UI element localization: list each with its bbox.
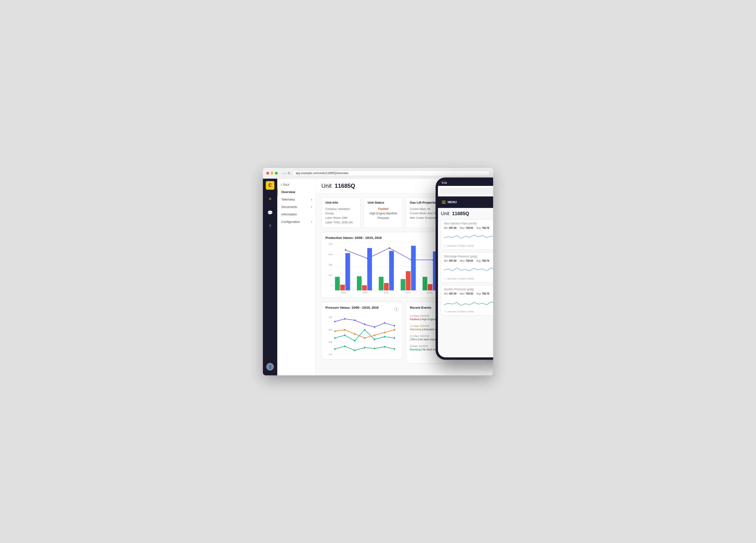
phone-menu-label: MENU — [442, 200, 457, 204]
last-seen-icon-2: ∿ — [444, 277, 446, 280]
svg-rect-7 — [345, 253, 350, 290]
phone-metric-stats-3: Min: 697.60 Max: 729.50 Avg: 708.78 — [444, 292, 493, 295]
phone-status-bar: 9:41 ▪▪▪ wifi 🔋 — [438, 180, 493, 186]
phone-screen: 9:41 ▪▪▪ wifi 🔋 MENU — [438, 180, 493, 357]
svg-rect-9 — [362, 285, 367, 290]
svg-rect-12 — [384, 283, 389, 290]
svg-point-51 — [334, 337, 336, 339]
svg-point-26 — [345, 249, 346, 251]
svg-point-54 — [364, 329, 366, 331]
phone-content: Unit 11685Q Gas Injection Rate (mcfd) Mi… — [438, 208, 493, 357]
svg-point-41 — [374, 326, 375, 328]
sidebar-item-messages[interactable]: 💬 — [265, 208, 275, 217]
nav-item-overview[interactable]: Overview — [277, 188, 315, 196]
svg-rect-18 — [428, 284, 432, 290]
phone-last-seen-2: ∿ Last Seen: 10:50pm 11/8/18 — [444, 277, 493, 280]
unit-status-body: Faulted High Engine Manifold Pressure — [368, 207, 399, 221]
svg-point-43 — [394, 325, 395, 327]
last-seen-icon-1: ∿ — [444, 245, 446, 247]
sidebar-item-help[interactable]: ? — [265, 222, 275, 231]
phone-last-seen-1: ∿ Last Seen: 10:50pm 11/8/18 — [444, 245, 493, 247]
svg-point-55 — [374, 339, 375, 340]
unit-info-body: Company: Heartland Energy Label: Blazer … — [325, 207, 357, 225]
close-button-traffic[interactable] — [266, 172, 269, 175]
svg-point-27 — [367, 258, 368, 259]
phone-chart-2-svg — [444, 264, 493, 276]
minimize-button-traffic[interactable] — [271, 172, 273, 175]
svg-point-63 — [384, 346, 385, 348]
back-nav-button[interactable]: ‹ — [283, 171, 284, 175]
browser-window: ‹ › ↻ C ≡ 💬 ? 👤 < Back Overview Telemetr… — [263, 168, 493, 375]
traffic-lights — [266, 172, 278, 175]
phone-metric-card-3: Suction Pressure (psig) Min: 697.60 Max:… — [441, 285, 493, 315]
phone-metric-title-2: Discharge Pressure (psig) — [444, 255, 493, 258]
svg-rect-16 — [411, 246, 416, 290]
phone-chart-1-svg — [444, 231, 493, 243]
svg-rect-11 — [379, 277, 384, 290]
svg-point-53 — [354, 340, 355, 342]
phone-metric-stats-2: Min: 697.60 Max: 729.50 Avg: 708.78 — [444, 260, 493, 262]
browser-toolbar: ‹ › ↻ — [263, 168, 493, 179]
back-link[interactable]: < Back — [277, 181, 315, 188]
svg-point-42 — [384, 322, 385, 324]
svg-point-58 — [334, 348, 336, 350]
phone-search-bar[interactable] — [440, 188, 493, 195]
phone-metric-card-1: Gas Injection Rate (mcfd) Min: 697.60 Ma… — [441, 219, 493, 250]
svg-rect-8 — [357, 276, 362, 290]
svg-point-38 — [344, 318, 346, 320]
fullscreen-button-traffic[interactable] — [275, 172, 278, 175]
pressure-chart-svg — [333, 316, 399, 354]
phone-time: 9:41 — [442, 181, 447, 184]
svg-rect-5 — [335, 277, 340, 290]
phone-metric-title-3: Suction Pressure (psig) — [444, 288, 493, 291]
last-seen-icon-3: ∿ — [444, 310, 446, 313]
nav-item-configuration[interactable]: Configuration › — [277, 218, 315, 225]
svg-point-61 — [364, 347, 366, 348]
unit-info-card: Unit Info Company: Heartland Energy Labe… — [321, 197, 361, 228]
browser-navigation: ‹ › ↻ — [283, 171, 290, 175]
nav-item-information[interactable]: Information — [277, 211, 315, 218]
pressure-chart-title: Pressure Values: 10/09 - 10/15, 2018 — [325, 306, 378, 309]
svg-point-44 — [334, 331, 336, 332]
address-bar[interactable] — [293, 170, 490, 176]
phone-metric-card-2: Discharge Pressure (psig) Min: 697.60 Ma… — [441, 252, 493, 283]
svg-point-47 — [364, 337, 366, 339]
pressure-chart-section: Pressure Values: 10/09 - 10/15, 2018 ℹ 7… — [321, 302, 403, 360]
refresh-nav-button[interactable]: ↻ — [288, 171, 290, 175]
unit-info-title: Unit Info — [325, 201, 357, 204]
sidebar-item-menu[interactable]: ≡ — [265, 195, 275, 203]
forward-nav-button[interactable]: › — [285, 171, 286, 175]
mobile-phone-overlay: 9:41 ▪▪▪ wifi 🔋 MENU — [436, 177, 493, 360]
nav-item-telemetry[interactable]: Telemetry › — [277, 196, 315, 203]
phone-metric-stats-1: Min: 697.60 Max: 729.50 Avg: 708.78 — [444, 227, 493, 229]
svg-rect-6 — [340, 285, 345, 290]
pressure-chart-info-button[interactable]: ℹ — [394, 307, 399, 312]
svg-point-28 — [389, 247, 390, 249]
nav-item-documents[interactable]: Documents › — [277, 203, 315, 211]
svg-rect-14 — [401, 279, 406, 290]
phone-frame: 9:41 ▪▪▪ wifi 🔋 MENU — [436, 177, 493, 360]
status-fault-label: Faulted — [368, 207, 399, 211]
phone-nav-bar: MENU C — [438, 196, 493, 208]
svg-point-39 — [354, 319, 355, 321]
svg-rect-13 — [389, 251, 394, 290]
sidebar: C ≡ 💬 ? 👤 — [263, 179, 277, 375]
svg-point-30 — [432, 259, 434, 261]
svg-point-64 — [394, 348, 395, 350]
sidebar-logo: C — [266, 181, 274, 190]
svg-point-29 — [411, 259, 412, 261]
phone-unit-title: Unit 11685Q — [441, 211, 493, 216]
hamburger-icon[interactable] — [442, 201, 446, 204]
svg-point-50 — [394, 329, 395, 331]
svg-point-45 — [344, 329, 346, 331]
phone-last-seen-3: ∿ Last Seen: 10:50pm 11/8/18 — [444, 310, 493, 313]
svg-point-37 — [334, 321, 336, 323]
page-title: Unit 11685Q — [321, 183, 355, 189]
avatar[interactable]: 👤 — [266, 363, 274, 371]
svg-point-48 — [374, 335, 375, 336]
unit-status-card: Unit Status Faulted High Engine Manifold… — [364, 197, 403, 228]
svg-point-59 — [344, 346, 346, 347]
svg-point-60 — [354, 350, 355, 351]
svg-rect-17 — [423, 277, 427, 290]
svg-point-52 — [344, 335, 346, 336]
